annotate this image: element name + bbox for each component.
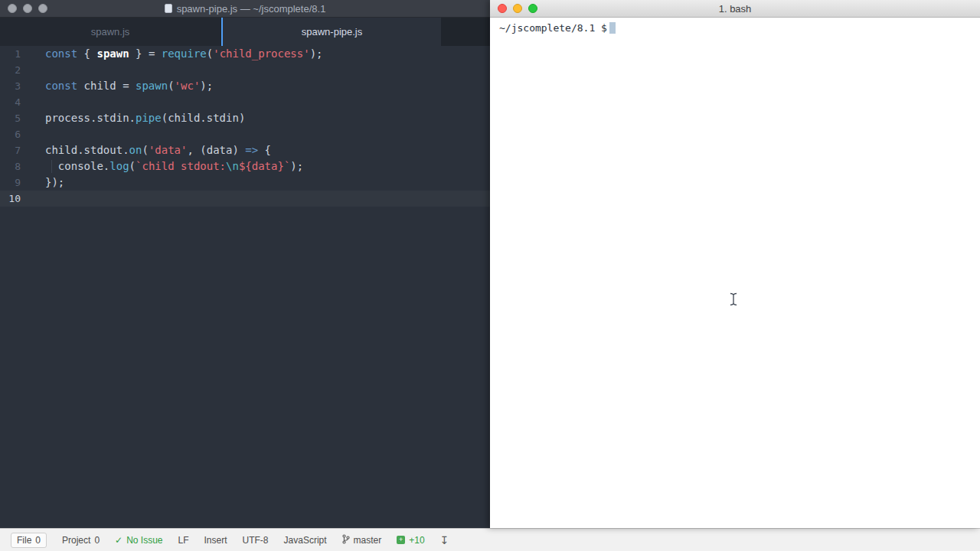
- line-number: 9: [0, 174, 34, 191]
- status-git-branch[interactable]: master: [342, 534, 382, 546]
- code-line: 10: [0, 191, 490, 207]
- document-proxy-icon: [165, 4, 172, 13]
- line-number: 3: [0, 78, 34, 94]
- editor-minimize-button[interactable]: [23, 4, 32, 13]
- terminal-zoom-button[interactable]: [528, 4, 537, 13]
- project-label: Project: [62, 535, 90, 546]
- status-lint-summary[interactable]: ✓ No Issue: [115, 535, 162, 546]
- status-input-mode[interactable]: Insert: [204, 535, 227, 546]
- terminal-prompt-line: ~/jscomplete/8.1 $: [499, 21, 971, 34]
- editor-zoom-button[interactable]: [38, 4, 47, 13]
- editor-window-title: spawn-pipe.js — ~/jscomplete/8.1: [0, 3, 490, 15]
- status-git-changes[interactable]: + +10: [397, 535, 424, 546]
- code-line: 6: [0, 126, 490, 142]
- status-line-ending[interactable]: LF: [178, 535, 189, 546]
- terminal-minimize-button[interactable]: [513, 4, 522, 13]
- editor-titlebar[interactable]: spawn-pipe.js — ~/jscomplete/8.1: [0, 0, 490, 18]
- code-line: 3const child = spawn('wc');: [0, 78, 490, 94]
- status-linter-file-segment[interactable]: File 0: [11, 533, 47, 548]
- tab-spawn-js[interactable]: spawn.js: [0, 18, 221, 46]
- tab-label: spawn-pipe.js: [302, 26, 363, 37]
- git-branch-icon: [342, 534, 350, 546]
- terminal-window-title: 1. bash: [490, 3, 980, 15]
- line-number: 8: [0, 158, 34, 174]
- terminal-cursor: [609, 22, 616, 34]
- code-line: 8 console.log(`child stdout:\n${data}`);: [0, 158, 490, 174]
- editor-window: spawn-pipe.js — ~/jscomplete/8.1 spawn.j…: [0, 0, 490, 528]
- editor-status-bar: File 0 Project 0 ✓ No Issue LF Insert UT…: [0, 528, 980, 551]
- line-number: 10: [0, 191, 34, 207]
- terminal-close-button[interactable]: [498, 4, 507, 13]
- line-number: 5: [0, 110, 34, 126]
- project-issue-count: 0: [94, 535, 100, 546]
- line-number: 4: [0, 94, 34, 110]
- line-number: 2: [0, 62, 34, 78]
- terminal-traffic-lights: [498, 4, 537, 13]
- status-language[interactable]: JavaScript: [284, 535, 327, 546]
- code-line: 5process.stdin.pipe(child.stdin): [0, 110, 490, 126]
- code-area[interactable]: 1const { spawn } = require('child_proces…: [0, 46, 490, 528]
- line-number: 1: [0, 46, 34, 62]
- git-diff-icon: +: [397, 536, 405, 544]
- terminal-window: 1. bash ~/jscomplete/8.1 $: [490, 0, 980, 528]
- branch-name: master: [354, 535, 382, 546]
- code-line: 2: [0, 62, 490, 78]
- editor-tab-bar: spawn.js spawn-pipe.js: [0, 18, 490, 46]
- check-icon: ✓: [115, 535, 122, 546]
- editor-title-text: spawn-pipe.js — ~/jscomplete/8.1: [177, 3, 326, 15]
- diff-count: +10: [409, 535, 424, 546]
- status-download-icon[interactable]: ↧: [440, 534, 449, 546]
- line-number: 6: [0, 126, 34, 142]
- line-number: 7: [0, 142, 34, 158]
- file-label: File: [17, 535, 31, 546]
- terminal-titlebar[interactable]: 1. bash: [490, 0, 980, 18]
- tab-spawn-pipe-js[interactable]: spawn-pipe.js: [221, 18, 441, 46]
- tab-bar-filler: [441, 18, 490, 46]
- lint-status-text: No Issue: [126, 535, 162, 546]
- terminal-prompt: ~/jscomplete/8.1 $: [499, 22, 607, 34]
- status-linter-project-segment[interactable]: Project 0: [62, 535, 100, 546]
- code-line: 4: [0, 94, 490, 110]
- code-line: 9});: [0, 174, 490, 191]
- tab-label: spawn.js: [91, 26, 130, 37]
- code-line: 7child.stdout.on('data', (data) => {: [0, 142, 490, 158]
- code-line: 1const { spawn } = require('child_proces…: [0, 46, 490, 62]
- terminal-body[interactable]: ~/jscomplete/8.1 $: [490, 18, 980, 38]
- file-issue-count: 0: [35, 535, 41, 546]
- editor-traffic-lights: [8, 4, 47, 13]
- status-encoding[interactable]: UTF-8: [243, 535, 269, 546]
- editor-close-button[interactable]: [8, 4, 17, 13]
